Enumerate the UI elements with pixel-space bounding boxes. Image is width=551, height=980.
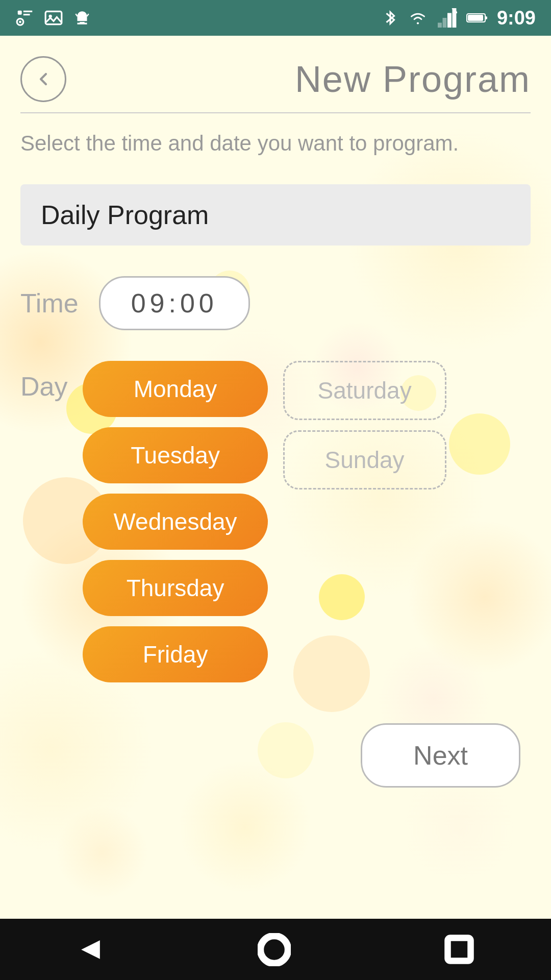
svg-point-8 <box>84 15 85 16</box>
home-nav-button[interactable] <box>258 933 291 966</box>
back-button[interactable] <box>20 56 66 102</box>
time-display[interactable]: 09:00 <box>99 276 250 330</box>
day-saturday[interactable]: Saturday <box>283 361 446 420</box>
svg-rect-17 <box>468 15 483 21</box>
next-button-container: Next <box>20 723 531 788</box>
main-content: New Program Select the time and date you… <box>0 36 551 788</box>
day-label: Day <box>20 361 67 682</box>
music-icon <box>15 8 35 28</box>
status-icons-left <box>15 8 92 28</box>
time-row: Time 09:00 <box>20 276 531 330</box>
subtitle-text: Select the time and date you want to pro… <box>20 129 531 159</box>
svg-rect-5 <box>45 11 62 24</box>
signal-icon <box>438 8 457 28</box>
program-name-input[interactable] <box>20 184 531 246</box>
svg-rect-11 <box>438 23 442 28</box>
svg-line-9 <box>76 14 77 16</box>
days-right: Saturday Sunday <box>283 361 446 682</box>
day-thursday[interactable]: Thursday <box>83 560 267 616</box>
status-icons-right: 9:09 <box>383 7 536 29</box>
bluetooth-icon <box>383 8 398 28</box>
svg-point-40 <box>56 806 148 898</box>
day-monday[interactable]: Monday <box>83 361 267 417</box>
svg-point-41 <box>403 771 515 883</box>
battery-icon <box>466 10 488 26</box>
svg-rect-18 <box>485 16 487 19</box>
wifi-icon <box>407 8 429 28</box>
days-grid: Monday Tuesday Wednesday Thursday Friday… <box>83 361 531 682</box>
day-wednesday[interactable]: Wednesday <box>83 494 267 550</box>
page-title: New Program <box>66 58 531 100</box>
image-icon <box>44 8 63 28</box>
header: New Program <box>20 36 531 113</box>
svg-point-43 <box>260 936 288 963</box>
svg-line-10 <box>87 14 89 16</box>
recents-nav-button[interactable] <box>444 934 474 965</box>
day-friday[interactable]: Friday <box>83 626 267 682</box>
day-tuesday[interactable]: Tuesday <box>83 427 267 483</box>
svg-rect-13 <box>447 13 452 28</box>
svg-rect-0 <box>18 11 22 15</box>
day-section: Day Monday Tuesday Wednesday Thursday Fr… <box>20 361 531 682</box>
bottom-nav <box>0 919 551 980</box>
svg-rect-44 <box>448 938 471 961</box>
days-left: Monday Tuesday Wednesday Thursday Friday <box>83 361 267 682</box>
day-sunday[interactable]: Sunday <box>283 430 446 489</box>
svg-rect-12 <box>442 18 446 28</box>
svg-point-4 <box>19 21 21 23</box>
svg-marker-42 <box>81 940 100 959</box>
time-label: Time <box>20 288 79 318</box>
svg-rect-1 <box>23 11 32 12</box>
next-button[interactable]: Next <box>361 723 520 788</box>
svg-point-7 <box>79 15 81 16</box>
back-nav-button[interactable] <box>77 936 105 964</box>
svg-rect-2 <box>23 14 30 15</box>
status-bar: 9:09 <box>0 0 551 36</box>
android-icon <box>72 8 92 28</box>
status-time: 9:09 <box>497 7 536 29</box>
